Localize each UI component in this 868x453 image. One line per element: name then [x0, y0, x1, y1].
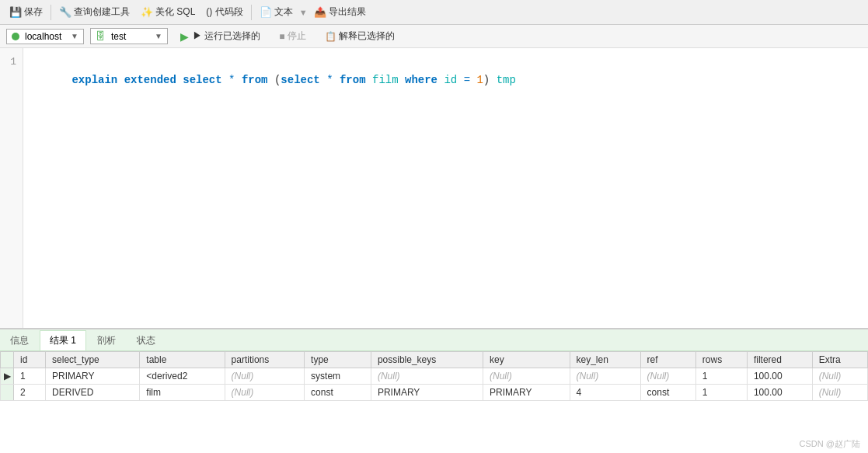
stop-label: 停止 [288, 30, 306, 43]
results-table: id select_type table partitions type pos… [0, 351, 868, 401]
keyword-extended: extended [124, 74, 176, 86]
beautify-sql-button[interactable]: ✨ 美化 SQL [136, 4, 200, 20]
keyword-explain: explain [71, 74, 117, 86]
star-op: * [228, 74, 235, 86]
toolbar: 💾 保存 🔧 查询创建工具 ✨ 美化 SQL () 代码段 📄 文本 ▼ 📤 导… [0, 0, 868, 25]
table-cell: PRIMARY [371, 385, 483, 401]
results-panel: 信息 结果 1 剖析 状态 id select_type table parti… [0, 329, 868, 453]
table-cell: (Null) [812, 368, 867, 385]
table-cell: <derived2 [140, 368, 225, 385]
connection-status-dot [12, 33, 19, 40]
table-cell: DERIVED [46, 385, 140, 401]
paren-close: ) [483, 74, 490, 86]
explain-label: 解释已选择的 [339, 30, 395, 43]
host-label: localhost [25, 31, 61, 42]
line-numbers: 1 [0, 48, 23, 328]
row-arrow-cell [1, 385, 14, 401]
results-tbody: ▶1PRIMARY<derived2(Null)system(Null)(Nul… [1, 368, 868, 401]
table-cell: (Null) [225, 368, 305, 385]
sql-editor[interactable]: explain extended select * from (select *… [23, 48, 868, 328]
table-cell: const [305, 385, 371, 401]
table-cell: PRIMARY [483, 385, 570, 401]
header-id: id [14, 352, 46, 368]
tab-status[interactable]: 状态 [127, 330, 166, 350]
keyword-from: from [242, 74, 268, 86]
num-1: 1 [476, 74, 483, 86]
table-cell: film [140, 385, 225, 401]
header-key: key [483, 352, 570, 368]
header-extra: Extra [812, 352, 867, 368]
explain-button[interactable]: 📋 解释已选择的 [319, 28, 401, 44]
star-op2: * [326, 74, 333, 86]
text-icon: 📄 [260, 6, 272, 18]
header-ref: ref [640, 352, 695, 368]
toolbar-separator-1 [51, 5, 51, 20]
table-cell: (Null) [371, 368, 483, 385]
stop-button[interactable]: ■ 停止 [273, 28, 312, 44]
tab-result1[interactable]: 结果 1 [40, 330, 86, 350]
header-possible-keys: possible_keys [371, 352, 483, 368]
col-id: id [444, 74, 457, 86]
table-cell: 100.00 [747, 368, 812, 385]
table-cell: system [305, 368, 371, 385]
results-table-container: id select_type table partitions type pos… [0, 351, 868, 453]
run-selected-label: ▶ 运行已选择的 [193, 30, 260, 43]
table-header-row: id select_type table partitions type pos… [1, 352, 868, 368]
watermark: CSDN @赵广陆 [800, 438, 860, 450]
table-cell: 2 [14, 385, 46, 401]
header-rows: rows [695, 352, 747, 368]
table-cell: (Null) [225, 385, 305, 401]
table-cell: const [640, 385, 695, 401]
toolbar-separator-2 [251, 5, 252, 20]
keyword-where: where [405, 74, 437, 86]
table-cell: 1 [695, 368, 747, 385]
stop-icon: ■ [279, 31, 284, 42]
query-builder-icon: 🔧 [59, 6, 71, 18]
results-tabs: 信息 结果 1 剖析 状态 [0, 329, 868, 351]
table-cell: 100.00 [747, 385, 812, 401]
tab-info[interactable]: 信息 [0, 330, 39, 350]
query-builder-button[interactable]: 🔧 查询创建工具 [54, 4, 134, 20]
table-row: ▶1PRIMARY<derived2(Null)system(Null)(Nul… [1, 368, 868, 385]
table-cell: 1 [14, 368, 46, 385]
db-dropdown-arrow: ▼ [155, 32, 162, 40]
keyword-select2: select [281, 74, 319, 86]
export-icon: 📤 [314, 6, 326, 18]
header-filtered: filtered [747, 352, 812, 368]
explain-icon: 📋 [325, 31, 336, 42]
database-icon: 🗄 [96, 30, 106, 42]
table-cell: PRIMARY [46, 368, 140, 385]
header-select-type: select_type [46, 352, 140, 368]
line-number-1: 1 [5, 54, 16, 71]
table-cell: 4 [570, 385, 640, 401]
tab-profile[interactable]: 剖析 [87, 330, 126, 350]
play-icon: ▶ [180, 30, 189, 43]
database-label: test [111, 31, 126, 42]
export-button[interactable]: 📤 导出结果 [309, 4, 371, 20]
table-cell: 1 [695, 385, 747, 401]
host-dropdown-arrow: ▼ [71, 32, 78, 40]
table-film: film [372, 74, 399, 86]
table-cell: (Null) [640, 368, 695, 385]
connection-bar: localhost ▼ 🗄 test ▼ ▶ ▶ 运行已选择的 ■ 停止 📋 解… [0, 25, 868, 48]
table-row: 2DERIVEDfilm(Null)constPRIMARYPRIMARY4co… [1, 385, 868, 401]
run-selected-button[interactable]: ▶ ▶ 运行已选择的 [174, 28, 267, 44]
header-key-len: key_len [570, 352, 640, 368]
code-segment-button[interactable]: () 代码段 [201, 4, 247, 20]
header-type: type [305, 352, 371, 368]
save-button[interactable]: 💾 保存 [5, 4, 47, 20]
host-select[interactable]: localhost ▼ [6, 29, 84, 44]
database-select[interactable]: 🗄 test ▼ [90, 28, 168, 44]
header-table: table [140, 352, 225, 368]
table-cell: (Null) [812, 385, 867, 401]
save-icon: 💾 [9, 6, 22, 18]
header-arrow-col [1, 352, 14, 368]
alias-tmp: tmp [497, 74, 516, 86]
keyword-select: select [183, 74, 221, 86]
editor-area: 1 explain extended select * from (select… [0, 48, 868, 329]
eq-op: = [464, 74, 470, 86]
text-button[interactable]: 📄 文本 [255, 4, 298, 20]
table-cell: (Null) [570, 368, 640, 385]
keyword-from2: from [340, 74, 366, 86]
sql-line-1: explain extended select * from (select *… [33, 54, 859, 106]
